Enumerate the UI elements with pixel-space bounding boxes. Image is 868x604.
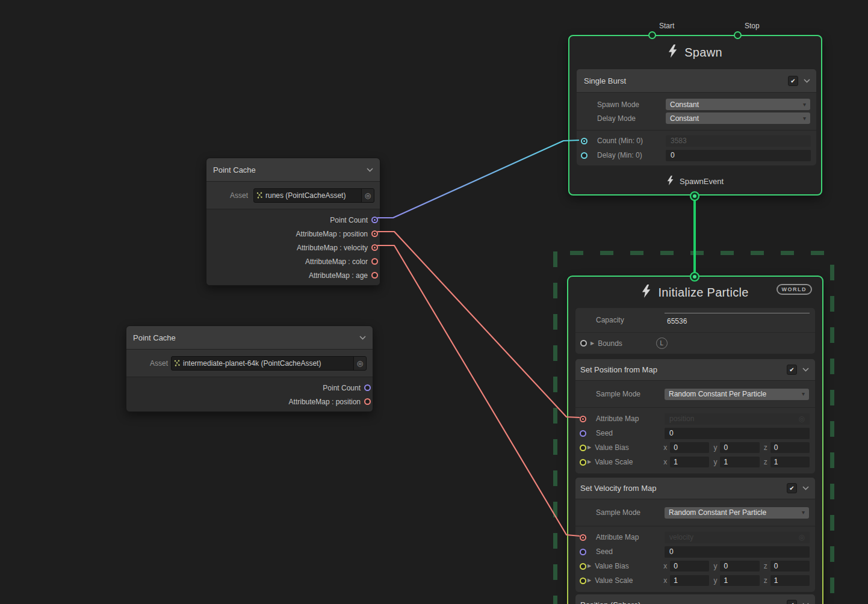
output-row: AttributeMap : position <box>126 395 373 408</box>
pointcache-asset-icon <box>256 192 263 199</box>
stop-flow-port[interactable] <box>734 31 742 39</box>
set-position-from-map-block[interactable]: Set Position from Map ✔ Sample Mode Rand… <box>575 359 815 473</box>
input-row-delay: Delay (Min: 0) 0 <box>577 148 816 162</box>
input-port-attribute-map[interactable] <box>580 416 586 422</box>
block-enabled-checkbox[interactable]: ✔ <box>787 483 797 493</box>
output-port-point-count[interactable] <box>371 217 378 223</box>
block-enabled-checkbox[interactable]: ✔ <box>787 600 797 604</box>
sample-mode-dropdown[interactable]: Random Constant Per Particle ▾ <box>665 389 809 400</box>
chevron-down-icon[interactable] <box>802 368 809 372</box>
output-row: AttributeMap : color <box>206 254 380 268</box>
vfx-graph-canvas[interactable]: Point Cache Asset runes (PointCacheAsset… <box>0 0 868 604</box>
object-picker-icon[interactable]: ◎ <box>361 189 374 202</box>
edge-position-to-attributemap[interactable] <box>377 232 580 418</box>
input-port-seed[interactable] <box>580 430 586 437</box>
chevron-down-icon[interactable] <box>367 168 373 172</box>
value-scale-x-field[interactable]: 1 <box>670 575 709 586</box>
block-header[interactable]: Position (Sphere) ✔ <box>575 594 815 604</box>
single-burst-inputs: Count (Min: 0) 3583 Delay (Min: 0) 0 <box>577 131 816 165</box>
block-enabled-checkbox[interactable]: ✔ <box>787 365 797 375</box>
space-badge[interactable]: WORLD <box>777 284 813 295</box>
edge-velocity-to-attributemap[interactable] <box>377 245 580 536</box>
stop-port-label: Stop <box>745 22 760 30</box>
value-scale-z-field[interactable]: 1 <box>770 457 810 467</box>
delay-field[interactable]: 0 <box>666 150 811 161</box>
sample-mode-dropdown[interactable]: Random Constant Per Particle ▾ <box>665 507 809 519</box>
object-picker-icon: ◎ <box>799 414 805 423</box>
value-scale-y-field[interactable]: 1 <box>720 575 759 586</box>
spawn-mode-dropdown[interactable]: Constant ▾ <box>666 99 810 110</box>
system-dashed-border-right <box>830 265 834 604</box>
delay-mode-dropdown[interactable]: Constant ▾ <box>666 112 810 124</box>
input-port-value-bias[interactable] <box>580 445 586 451</box>
point-cache-planet-header[interactable]: Point Cache <box>126 326 373 350</box>
foldout-arrow-icon[interactable]: ▶ <box>587 445 591 450</box>
asset-row: Asset intermediate-planet-64k (PointCach… <box>126 350 373 377</box>
node-title: Point Cache <box>213 165 367 174</box>
sample-mode-row: Sample Mode Random Constant Per Particle… <box>575 499 815 526</box>
output-row: Point Count <box>206 213 380 227</box>
input-port-bounds[interactable] <box>580 340 587 347</box>
block-header[interactable]: Set Position from Map ✔ <box>575 359 815 381</box>
input-port-seed[interactable] <box>580 549 586 555</box>
block-enabled-checkbox[interactable]: ✔ <box>788 76 798 86</box>
output-row: Point Count <box>126 381 373 395</box>
input-port-value-scale[interactable] <box>580 459 586 466</box>
foldout-arrow-icon[interactable]: ▶ <box>591 341 594 346</box>
dropdown-arrow-icon: ▾ <box>802 391 805 397</box>
output-port-point-count[interactable] <box>364 384 371 391</box>
input-port-attribute-map[interactable] <box>580 534 586 541</box>
value-bias-z-field[interactable]: 0 <box>770 561 810 572</box>
value-bias-y-field[interactable]: 0 <box>720 561 759 572</box>
set-velocity-from-map-block[interactable]: Set Velocity from Map ✔ Sample Mode Rand… <box>575 478 815 592</box>
capacity-field[interactable]: 65536 <box>665 313 810 327</box>
start-flow-port[interactable] <box>648 31 656 39</box>
system-dashed-border-top <box>570 251 826 255</box>
value-bias-x-field[interactable]: 0 <box>670 442 709 453</box>
input-row-value-bias: ▶ Value Bias x0 y0 z0 <box>575 440 815 455</box>
block-header[interactable]: Set Velocity from Map ✔ <box>575 478 815 499</box>
initialize-particle-context-node[interactable]: Initialize Particle WORLD Capacity 65536… <box>567 276 823 604</box>
spawn-context-node[interactable]: Spawn Single Burst ✔ Spawn Mode Constant… <box>568 35 822 196</box>
output-port-attributemap-position[interactable] <box>371 230 378 237</box>
asset-value: runes (PointCacheAsset) <box>265 191 361 200</box>
capacity-row: Capacity 65536 <box>575 308 815 333</box>
point-cache-runes-header[interactable]: Point Cache <box>206 158 380 182</box>
output-port-attributemap-age[interactable] <box>371 272 378 279</box>
input-port-count[interactable] <box>581 138 587 144</box>
asset-object-field[interactable]: runes (PointCacheAsset) ◎ <box>253 188 374 203</box>
value-bias-x-field[interactable]: 0 <box>670 561 709 572</box>
value-scale-y-field[interactable]: 1 <box>720 457 759 467</box>
seed-field[interactable]: 0 <box>665 546 810 558</box>
output-port-attributemap-velocity[interactable] <box>371 244 378 251</box>
input-port-value-bias[interactable] <box>580 563 586 570</box>
setting-row: Spawn Mode Constant ▾ <box>577 98 816 111</box>
value-scale-z-field[interactable]: 1 <box>770 575 810 586</box>
value-scale-x-field[interactable]: 1 <box>670 457 709 467</box>
single-burst-block[interactable]: Single Burst ✔ Spawn Mode Constant ▾ Del… <box>577 69 816 165</box>
spawn-title-row[interactable]: Spawn <box>569 36 821 69</box>
position-sphere-block[interactable]: Position (Sphere) ✔ <box>575 594 815 604</box>
local-space-icon[interactable]: L <box>656 337 668 349</box>
chevron-down-icon[interactable] <box>804 79 810 83</box>
value-bias-z-field[interactable]: 0 <box>770 442 810 453</box>
output-port-attributemap-color[interactable] <box>371 258 378 265</box>
foldout-arrow-icon[interactable]: ▶ <box>587 578 591 583</box>
foldout-arrow-icon[interactable]: ▶ <box>587 564 591 569</box>
asset-object-field[interactable]: intermediate-planet-64k (PointCacheAsset… <box>171 356 367 371</box>
chevron-down-icon[interactable] <box>359 336 366 340</box>
chevron-down-icon[interactable] <box>802 486 809 490</box>
single-burst-header[interactable]: Single Burst ✔ <box>577 69 816 93</box>
value-bias-y-field[interactable]: 0 <box>720 442 759 453</box>
point-cache-node-runes[interactable]: Point Cache Asset runes (PointCacheAsset… <box>206 158 380 286</box>
input-port-value-scale[interactable] <box>580 578 586 584</box>
edge-pointcount-to-count[interactable] <box>377 140 579 218</box>
foldout-arrow-icon[interactable]: ▶ <box>587 460 591 464</box>
object-picker-icon[interactable]: ◎ <box>353 357 366 370</box>
node-title: Initialize Particle <box>658 286 748 300</box>
output-port-attributemap-position[interactable] <box>364 398 371 405</box>
seed-field[interactable]: 0 <box>665 428 810 439</box>
input-port-delay[interactable] <box>581 152 587 159</box>
point-cache-node-planet[interactable]: Point Cache Asset intermediate-planet-64… <box>126 325 373 412</box>
point-cache-outputs: Point Count AttributeMap : position <box>126 377 373 411</box>
